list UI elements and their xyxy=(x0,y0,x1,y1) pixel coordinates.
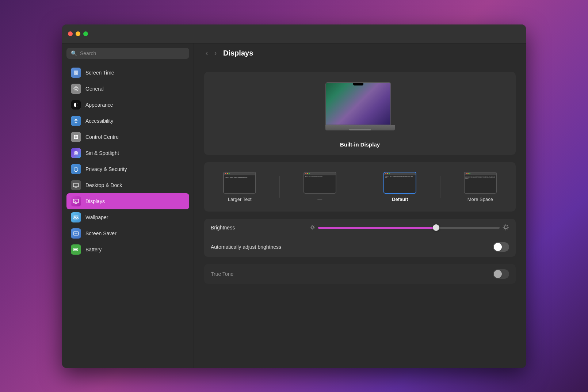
svg-rect-16 xyxy=(75,233,77,234)
privacy-icon xyxy=(71,164,81,174)
sidebar-item-privacy[interactable]: Privacy & Security xyxy=(66,161,189,177)
more-space-preview: Here's to the crazy one troublemakers. T… xyxy=(464,172,497,194)
laptop-screen xyxy=(325,82,391,125)
sidebar-label-privacy: Privacy & Security xyxy=(85,166,127,172)
screensaver-icon xyxy=(71,228,81,239)
larger-text-label: Larger Text xyxy=(228,197,252,202)
default-label: Default xyxy=(392,197,408,202)
auto-brightness-row: Automatically adjust brightness xyxy=(204,237,516,257)
sidebar-label-displays: Displays xyxy=(85,198,105,204)
sidebar-item-screentime[interactable]: Screen Time xyxy=(66,65,189,81)
sidebar-item-screensaver[interactable]: Screen Saver xyxy=(66,225,189,241)
sidebar-label-screentime: Screen Time xyxy=(85,70,114,76)
maximize-button[interactable] xyxy=(83,31,88,36)
brightness-fill xyxy=(318,227,436,229)
res-divider-1 xyxy=(279,176,280,198)
sidebar-label-controlcentre: Control Centre xyxy=(85,134,119,140)
forward-button[interactable]: › xyxy=(213,49,218,58)
auto-brightness-toggle[interactable] xyxy=(493,242,509,252)
sidebar-item-displays[interactable]: Displays xyxy=(66,193,189,209)
brightness-card: Brightness xyxy=(204,219,516,257)
true-tone-row: True Tone xyxy=(204,264,516,284)
svg-point-20 xyxy=(504,226,507,229)
svg-point-2 xyxy=(74,87,78,91)
svg-rect-5 xyxy=(74,135,76,137)
battery-icon xyxy=(71,244,81,255)
res-divider-3 xyxy=(440,176,440,198)
sidebar-item-appearance[interactable]: Appearance xyxy=(66,97,189,113)
true-tone-label: True Tone xyxy=(211,271,306,277)
resolution-option-default[interactable]: Here's to the cr troublemakers. ones who… xyxy=(381,169,419,205)
close-button[interactable] xyxy=(68,31,73,36)
sidebar-item-general[interactable]: General xyxy=(66,81,189,97)
brightness-low-icon xyxy=(310,225,315,231)
general-icon xyxy=(71,84,81,94)
siri-icon xyxy=(71,148,81,158)
sidebar-item-wallpaper[interactable]: Wallpaper xyxy=(66,209,189,225)
search-input[interactable] xyxy=(80,50,185,56)
svg-point-10 xyxy=(75,152,77,154)
res-divider-2 xyxy=(360,176,360,198)
displays-icon xyxy=(71,196,81,206)
minimize-button[interactable] xyxy=(76,31,80,36)
main-panel: ‹ › Displays Built-in Display xyxy=(194,43,526,368)
svg-point-1 xyxy=(75,88,77,90)
resolution-card: Here's to the crazy ones troublem... Lar… xyxy=(204,162,516,212)
sidebar-item-accessibility[interactable]: Accessibility xyxy=(66,113,189,129)
panel-header: ‹ › Displays xyxy=(194,43,526,63)
appearance-icon xyxy=(71,100,81,110)
true-tone-card: True Tone xyxy=(204,264,516,284)
resolution-option-more-space[interactable]: Here's to the crazy one troublemakers. T… xyxy=(461,169,500,205)
svg-rect-8 xyxy=(76,137,78,139)
content-area: 🔍 Screen Time xyxy=(62,43,526,368)
sidebar-label-desktop: Desktop & Dock xyxy=(85,182,122,188)
laptop-preview xyxy=(325,82,395,136)
sidebar-label-battery: Battery xyxy=(85,247,102,252)
controlcentre-icon xyxy=(71,132,81,142)
panel-content: Built-in Display xyxy=(194,63,526,300)
svg-rect-12 xyxy=(73,199,79,203)
brightness-row: Brightness xyxy=(204,219,516,237)
title-bar xyxy=(62,24,526,43)
display-name-label: Built-in Display xyxy=(340,141,380,148)
svg-rect-11 xyxy=(73,183,79,187)
sidebar-item-battery[interactable]: Battery xyxy=(66,241,189,258)
brightness-slider[interactable] xyxy=(318,227,500,229)
sidebar-label-siri: Siri & Spotlight xyxy=(85,150,119,156)
brightness-high-icon xyxy=(503,224,509,232)
svg-rect-7 xyxy=(74,137,76,139)
search-icon: 🔍 xyxy=(71,50,77,56)
accessibility-icon xyxy=(71,116,81,126)
true-tone-toggle[interactable] xyxy=(493,269,509,279)
laptop-base xyxy=(325,125,395,130)
more-space-label: More Space xyxy=(467,197,493,202)
brightness-label: Brightness xyxy=(211,225,306,231)
resolution-option-medium[interactable]: Here's to t troublema ones who... — xyxy=(301,169,339,205)
resolution-option-larger-text[interactable]: Here's to the crazy ones troublem... Lar… xyxy=(220,169,259,205)
search-box[interactable]: 🔍 xyxy=(66,48,189,59)
sidebar-label-general: General xyxy=(85,86,104,92)
page-title: Displays xyxy=(223,49,253,57)
display-preview-card[interactable]: Built-in Display xyxy=(204,72,516,155)
traffic-lights xyxy=(68,31,88,36)
svg-rect-6 xyxy=(76,135,78,137)
sidebar-item-desktop[interactable]: Desktop & Dock xyxy=(66,177,189,193)
sidebar-label-accessibility: Accessibility xyxy=(85,118,113,124)
brightness-thumb[interactable] xyxy=(433,224,439,231)
svg-rect-13 xyxy=(73,215,79,220)
svg-point-19 xyxy=(312,226,314,228)
sidebar-item-siri[interactable]: Siri & Spotlight xyxy=(66,145,189,161)
laptop-wallpaper xyxy=(326,83,390,125)
sidebar-label-screensaver: Screen Saver xyxy=(85,231,117,236)
sidebar-item-controlcentre[interactable]: Control Centre xyxy=(66,129,189,145)
back-button[interactable]: ‹ xyxy=(204,49,209,58)
auto-brightness-label: Automatically adjust brightness xyxy=(211,244,306,250)
true-tone-toggle-knob xyxy=(494,270,502,278)
screentime-icon xyxy=(71,68,81,78)
laptop-notch xyxy=(353,83,363,85)
medium-label: — xyxy=(317,197,322,202)
svg-point-4 xyxy=(75,119,77,120)
brightness-slider-container xyxy=(310,224,509,232)
sidebar: 🔍 Screen Time xyxy=(62,43,194,368)
auto-brightness-toggle-knob xyxy=(494,243,502,251)
